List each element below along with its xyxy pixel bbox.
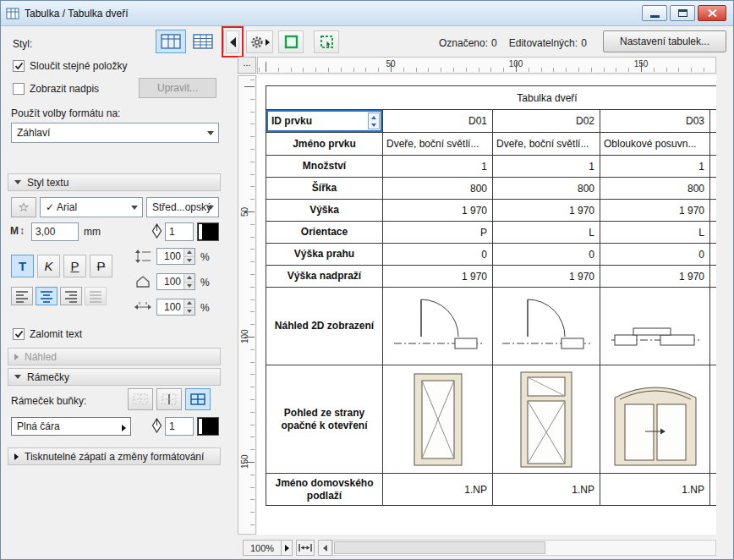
font-size-input[interactable]: 3,00 <box>31 222 79 241</box>
table-cell[interactable]: 0 <box>493 244 600 266</box>
table-cell[interactable]: 800 <box>493 178 600 200</box>
horizontal-scrollbar[interactable] <box>332 540 716 556</box>
favorites-star-button[interactable]: ☆ <box>11 197 36 217</box>
paragraph-spacing-spinner[interactable]: 100 <box>156 273 195 290</box>
table-cell[interactable]: 1 970 <box>600 266 710 288</box>
align-left-button[interactable] <box>11 287 33 305</box>
row-label-cell[interactable]: Množství <box>266 156 383 178</box>
text-pen-color-swatch[interactable] <box>197 222 219 241</box>
scrollbar-thumb[interactable] <box>334 541 545 554</box>
table-cell[interactable]: 1 <box>600 156 710 178</box>
wrap-text-checkbox[interactable]: Zalomit text <box>13 328 82 340</box>
font-family-select[interactable]: ✓ Arial <box>40 197 143 217</box>
align-justify-button[interactable] <box>85 287 107 305</box>
edit-button[interactable]: Upravit... <box>139 78 216 98</box>
table-cell[interactable]: 800 <box>383 178 493 200</box>
table-cell[interactable]: 0 <box>383 244 493 266</box>
zoom-level-button[interactable]: 100% <box>243 540 282 556</box>
table-cell[interactable] <box>383 288 493 365</box>
table-cell[interactable]: P <box>383 222 493 244</box>
table-cell[interactable] <box>493 288 600 365</box>
row-label-cell[interactable]: Náhled 2D zobrazení <box>266 288 383 365</box>
scheme-settings-button[interactable] <box>246 30 273 53</box>
table-cell[interactable]: 1 <box>493 156 600 178</box>
table-settings-button[interactable]: Nastavení tabulek... <box>603 30 726 52</box>
frame-vertical-button[interactable] <box>156 388 182 410</box>
frame-pen-color-swatch[interactable] <box>197 417 219 436</box>
row-label-cell[interactable]: Jméno domovského podlaží <box>266 474 383 506</box>
update-selection-button[interactable] <box>278 30 304 53</box>
table-cell[interactable]: 1.NP <box>493 474 600 506</box>
schedule-preview-canvas[interactable]: Tabulka dveří ID prvku D01 D02 D03 Jméno… <box>257 75 716 535</box>
table-cell[interactable]: L <box>493 222 600 244</box>
table-cell[interactable]: D03 <box>600 110 710 133</box>
row-label-cell[interactable]: Výška prahu <box>266 244 383 266</box>
table-cell[interactable]: 1 970 <box>383 266 493 288</box>
merge-same-items-checkbox[interactable]: Sloučit stejné položky <box>13 60 127 72</box>
table-cell[interactable]: 0 <box>600 244 710 266</box>
section-frames[interactable]: Rámečky <box>8 368 221 386</box>
spinner-buttons[interactable] <box>184 274 194 289</box>
spinner-buttons[interactable] <box>184 249 194 264</box>
table-style-flat-button[interactable] <box>188 30 218 53</box>
minimize-button[interactable] <box>642 5 667 21</box>
zoom-menu-button[interactable] <box>281 540 293 556</box>
table-cell[interactable]: 1 970 <box>383 200 493 222</box>
table-cell[interactable] <box>600 365 710 474</box>
table-cell[interactable]: Obloukové posuvn... <box>600 133 710 156</box>
title-bar[interactable]: Tabulka / Tabulka dveří <box>1 1 733 26</box>
table-cell[interactable]: 1.NP <box>600 474 710 506</box>
underline-button[interactable]: P <box>63 255 86 277</box>
sort-spinner[interactable] <box>368 113 380 129</box>
select-marquee-button[interactable] <box>314 30 339 53</box>
table-cell[interactable] <box>383 365 493 474</box>
table-cell[interactable]: 800 <box>600 178 710 200</box>
table-cell[interactable]: Dveře, boční světlí... <box>383 133 493 156</box>
apply-format-select[interactable]: Záhlaví <box>11 123 219 143</box>
table-cell[interactable]: L <box>600 222 710 244</box>
collapse-panel-button[interactable] <box>226 30 239 53</box>
section-text-style[interactable]: Styl textu <box>8 173 221 191</box>
row-label-cell[interactable]: Jméno prvku <box>266 133 383 156</box>
row-label-cell[interactable]: Výška nadpraží <box>266 266 383 288</box>
spinner-buttons[interactable] <box>184 299 194 315</box>
frame-all-button[interactable] <box>185 388 211 410</box>
scroll-left-button[interactable] <box>318 540 332 556</box>
table-style-merged-button[interactable] <box>156 30 186 53</box>
table-title-cell[interactable]: Tabulka dveří <box>266 86 716 110</box>
table-cell[interactable]: 1 970 <box>493 200 600 222</box>
show-heading-checkbox[interactable]: Zobrazit nadpis <box>13 83 99 95</box>
row-label-cell[interactable]: Šířka <box>266 178 383 200</box>
strikethrough-button[interactable]: P <box>90 255 112 277</box>
frame-none-button[interactable] <box>128 388 153 410</box>
ruler-options-button[interactable]: ... <box>238 57 256 74</box>
table-cell[interactable] <box>493 365 600 474</box>
table-cell[interactable]: 1.NP <box>383 474 493 506</box>
frame-pen-input[interactable]: 1 <box>165 417 194 436</box>
table-cell[interactable]: 1 970 <box>493 266 600 288</box>
align-center-button[interactable] <box>36 287 58 305</box>
row-label-cell[interactable]: Orientace <box>266 222 383 244</box>
row-label-cell[interactable]: ID prvku <box>266 110 383 133</box>
table-cell[interactable]: 1 <box>383 156 493 178</box>
italic-button[interactable]: K <box>37 255 60 277</box>
table-cell[interactable]: Dveře, boční světlí... <box>493 133 600 156</box>
align-right-button[interactable] <box>60 287 82 305</box>
table-cell[interactable]: D01 <box>383 110 493 133</box>
line-spacing-spinner[interactable]: 100 <box>156 248 195 265</box>
close-button[interactable] <box>698 5 726 21</box>
row-label-cell[interactable]: Výška <box>266 200 383 222</box>
bold-button[interactable]: T <box>11 255 34 277</box>
line-type-select[interactable]: Plná čára <box>11 417 131 436</box>
character-spacing-spinner[interactable]: 100 <box>156 299 195 316</box>
table-cell[interactable]: 1 970 <box>600 200 710 222</box>
table-cell[interactable]: D02 <box>493 110 600 133</box>
maximize-button[interactable] <box>670 5 695 21</box>
section-footer[interactable]: Tisknutelné zápatí a změny formátování <box>8 447 221 465</box>
row-label-cell[interactable]: Pohled ze strany opačné k otevření <box>266 365 383 474</box>
fit-in-window-button[interactable] <box>296 540 315 556</box>
text-pen-input[interactable]: 1 <box>165 222 194 241</box>
section-preview[interactable]: Náhled <box>8 348 221 365</box>
table-cell[interactable] <box>600 288 710 365</box>
font-script-select[interactable]: Střed...opský <box>146 197 219 217</box>
